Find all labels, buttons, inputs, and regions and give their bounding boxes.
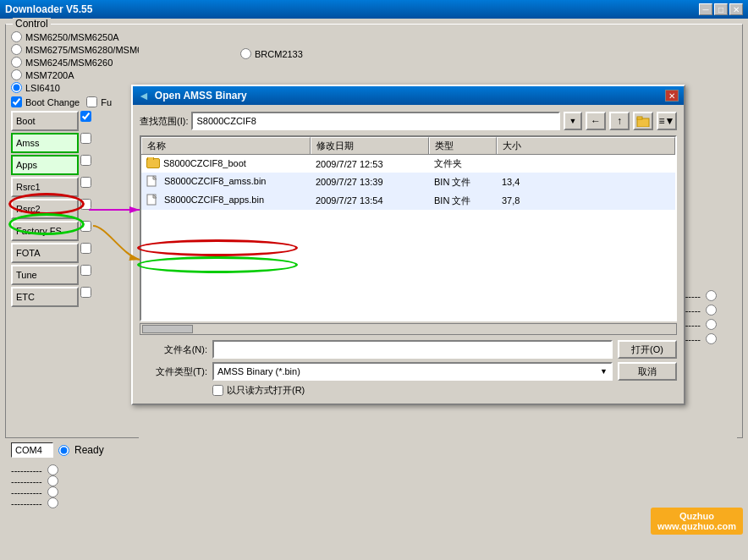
table-row[interactable]: S8000CZCIF8_boot 2009/7/27 12:53 文件夹 (141, 155, 675, 173)
cancel-button[interactable]: 取消 (618, 362, 677, 381)
bin-file-icon (146, 175, 158, 187)
readonly-checkbox[interactable] (212, 385, 223, 396)
bin-file-icon-2 (146, 194, 158, 206)
file-size-2: 37,8 (497, 195, 675, 206)
file-name-0: S8000CZCIF8_boot (141, 157, 311, 171)
path-value: S8000CZCIF8 (196, 116, 256, 126)
file-size-0 (497, 163, 675, 165)
dialog-back-icon: ◄ (138, 89, 150, 102)
watermark-line1: Quzhuo (657, 511, 736, 521)
file-type-1: BIN 文件 (429, 175, 497, 189)
horizontal-scrollbar[interactable] (140, 323, 677, 335)
folder-icon (146, 158, 160, 168)
file-icon-folder: S8000CZCIF8_boot (146, 158, 246, 168)
filename-input[interactable] (212, 340, 613, 359)
toolbar-newfolder-button[interactable] (633, 112, 653, 130)
filetype-dropdown-arrow: ▼ (600, 367, 608, 376)
file-date-0: 2009/7/27 12:53 (311, 158, 429, 170)
dialog-close-button[interactable]: ✕ (665, 90, 679, 102)
open-amss-dialog: ◄ Open AMSS Binary ✕ 查找范围(I): S8000CZCIF… (131, 85, 685, 405)
newfolder-icon (636, 115, 650, 127)
dialog-title-text: Open AMSS Binary (155, 90, 247, 102)
scrollbar-thumb[interactable] (142, 325, 193, 333)
toolbar-back-button[interactable]: ← (586, 112, 606, 130)
file-name-2: S8000CZCIF8_apps.bin (141, 193, 311, 208)
table-row[interactable]: S8000CZCIF8_apps.bin 2009/7/27 13:54 BIN… (141, 191, 675, 210)
file-list-header: 名称 修改日期 类型 大小 (141, 137, 675, 155)
open-button[interactable]: 打开(O) (618, 340, 677, 359)
col-header-date[interactable]: 修改日期 (311, 137, 429, 154)
col-header-type[interactable]: 类型 (429, 137, 497, 154)
dialog-body: 查找范围(I): S8000CZCIF8 ▼ ← ↑ ≡▼ 名称 (133, 105, 684, 404)
path-select[interactable]: S8000CZCIF8 (191, 112, 560, 130)
file-icon-bin1: S8000CZCIF8_amss.bin (146, 175, 266, 187)
filetype-label: 文件类型(T): (140, 365, 207, 378)
dialog-title: ◄ Open AMSS Binary (138, 89, 247, 102)
readonly-label: 以只读方式打开(R) (227, 384, 305, 397)
dialog-toolbar: 查找范围(I): S8000CZCIF8 ▼ ← ↑ ≡▼ (140, 112, 677, 130)
watermark-line2: www.quzhuo.com (657, 521, 736, 531)
table-row[interactable]: S8000CZCIF8_amss.bin 2009/7/27 13:39 BIN… (141, 173, 675, 191)
dialog-form: 文件名(N): 打开(O) 文件类型(T): AMSS Binary (*.bi… (140, 340, 677, 397)
file-type-0: 文件夹 (429, 156, 497, 171)
filetype-value: AMSS Binary (*.bin) (217, 366, 300, 376)
file-icon-bin2: S8000CZCIF8_apps.bin (146, 194, 264, 206)
col-header-size[interactable]: 大小 (497, 137, 675, 154)
file-name-1: S8000CZCIF8_amss.bin (141, 174, 311, 189)
file-list[interactable]: 名称 修改日期 类型 大小 S8000CZCIF8_boot 2009/7/27… (140, 135, 677, 321)
toolbar-view-button[interactable]: ≡▼ (657, 112, 677, 130)
watermark: Quzhuo www.quzhuo.com (651, 508, 743, 535)
svg-rect-1 (637, 117, 642, 119)
readonly-row: 以只读方式打开(R) (140, 384, 677, 397)
dialog-overlay: ◄ Open AMSS Binary ✕ 查找范围(I): S8000CZCIF… (0, 0, 748, 560)
filename-row: 文件名(N): 打开(O) (140, 340, 677, 359)
filetype-select[interactable]: AMSS Binary (*.bin) ▼ (212, 362, 613, 381)
file-size-1: 13,4 (497, 176, 675, 188)
filename-label: 文件名(N): (140, 343, 207, 356)
toolbar-up-button[interactable]: ↑ (609, 112, 630, 130)
search-range-label: 查找范围(I): (140, 115, 188, 128)
filetype-row: 文件类型(T): AMSS Binary (*.bin) ▼ 取消 (140, 362, 677, 381)
dialog-title-bar: ◄ Open AMSS Binary ✕ (133, 86, 684, 105)
col-header-name[interactable]: 名称 (141, 137, 311, 154)
file-date-2: 2009/7/27 13:54 (311, 195, 429, 206)
path-dropdown-button[interactable]: ▼ (564, 112, 582, 130)
file-date-1: 2009/7/27 13:39 (311, 176, 429, 188)
file-type-2: BIN 文件 (429, 194, 497, 208)
